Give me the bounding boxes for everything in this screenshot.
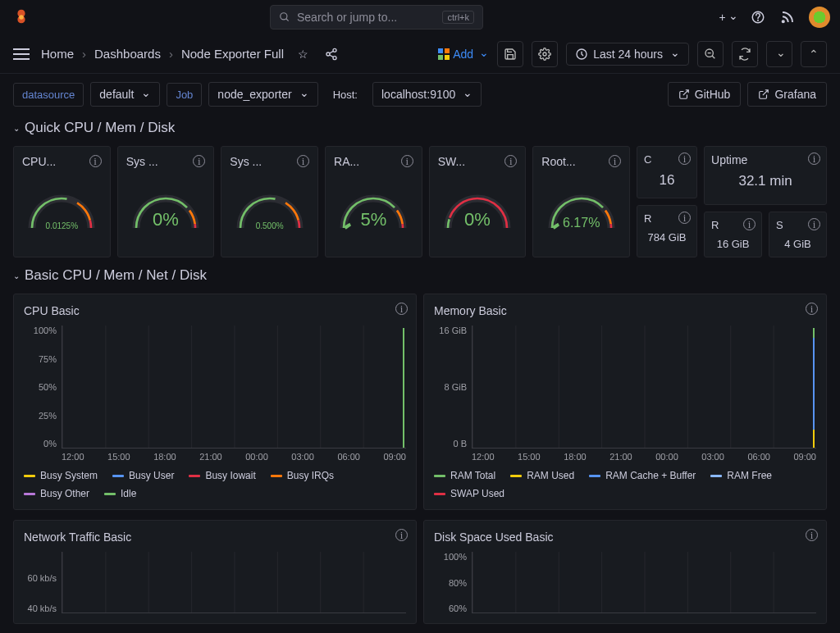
gauge-swap[interactable]: SW...i0% [429,146,527,257]
time-range-picker[interactable]: Last 24 hours [566,43,689,66]
x-axis: 12:0015:0018:0021:0000:0003:0006:0009:00 [62,452,406,462]
info-icon[interactable]: i [806,303,818,315]
breadcrumb-current: Node Exporter Full [181,47,284,61]
svg-line-2 [286,19,289,21]
legend: Busy System Busy User Busy Iowait Busy I… [24,470,406,499]
svg-point-6 [333,48,336,52]
info-icon[interactable]: i [401,155,413,167]
info-icon[interactable]: i [395,303,408,315]
collapse-icon[interactable]: ⌃ [801,41,827,67]
chevron-down-icon [668,48,680,61]
stat-root-total[interactable]: Ri16 GiB [704,212,762,257]
section-quick[interactable]: ⌄Quick CPU / Mem / Disk [0,115,840,141]
menu-icon[interactable] [13,48,30,60]
x-axis: 12:0015:0018:0021:0000:0003:0006:0009:00 [472,452,816,462]
stat-swap-total[interactable]: Si4 GiB [769,212,827,257]
breadcrumb: Home › Dashboards › Node Exporter Full [41,47,284,61]
svg-line-9 [330,51,334,53]
search-placeholder: Search or jump to... [297,11,397,24]
gauge-cpu[interactable]: CPU...i0.0125% [13,146,111,257]
chevron-down-icon [477,48,489,61]
chevron-down-icon [297,88,309,101]
search-input[interactable]: Search or jump to... ctrl+k [270,5,483,30]
y-axis: 100%80%60% [434,552,472,613]
info-icon[interactable]: i [395,529,408,541]
svg-rect-14 [445,55,450,60]
refresh-icon[interactable] [732,41,758,67]
chevron-down-icon [460,88,472,101]
github-link[interactable]: GitHub [668,82,742,107]
var-host-label: Host: [325,84,366,106]
panel-network-basic[interactable]: Network Traffic Basici 60 kb/s40 kb/s [13,520,417,624]
search-kbd: ctrl+k [442,11,474,24]
info-icon[interactable]: i [678,212,691,224]
info-icon[interactable]: i [609,155,621,167]
svg-rect-13 [438,55,443,60]
info-icon[interactable]: i [297,155,309,167]
user-avatar[interactable] [809,7,830,28]
stat-uptime[interactable]: Uptimei32.1 min [704,146,827,205]
section-basic[interactable]: ⌄Basic CPU / Mem / Net / Disk [0,262,840,289]
var-datasource-label: datasource [13,83,84,107]
grafana-link[interactable]: Grafana [747,82,827,107]
rss-icon[interactable] [779,9,796,25]
stat-cores[interactable]: Ci16 [637,146,697,198]
add-button[interactable]: Add [438,48,489,61]
var-job-select[interactable]: node_exporter [208,82,317,107]
stat-ram-total[interactable]: Ri784 GiB [637,205,697,257]
svg-point-8 [333,56,336,59]
grafana-logo-icon[interactable] [10,6,33,29]
save-icon[interactable] [497,41,523,67]
refresh-interval-picker[interactable] [766,41,792,67]
add-icon[interactable]: + [720,9,737,25]
svg-point-7 [326,52,330,56]
chevron-down-icon: ⌄ [13,124,20,133]
info-icon[interactable]: i [89,155,102,167]
var-datasource-select[interactable]: default [90,82,160,107]
zoom-out-icon[interactable] [697,41,724,67]
legend: RAM Total RAM Used RAM Cache + Buffer RA… [434,470,816,499]
svg-line-18 [712,56,714,58]
star-icon[interactable]: ☆ [295,46,312,62]
chevron-down-icon: ⌄ [13,271,20,280]
svg-line-10 [330,55,334,57]
info-icon[interactable]: i [743,218,756,230]
gauge-root[interactable]: Root...i6.17% [532,146,630,257]
info-icon[interactable]: i [808,218,820,230]
svg-rect-12 [445,48,450,53]
svg-rect-11 [438,48,443,53]
gauge-ram[interactable]: RA...i5% [325,146,422,257]
svg-point-5 [783,20,784,22]
info-icon[interactable]: i [808,153,820,165]
panel-cpu-basic[interactable]: CPU Basici 100%75%50%25%0% 12:0015:0018:… [13,294,417,510]
help-icon[interactable] [750,9,766,25]
svg-point-0 [19,15,24,20]
svg-point-1 [281,13,287,20]
y-axis: 100%75%50%25%0% [24,326,62,449]
y-axis: 60 kb/s40 kb/s [24,552,62,613]
gauge-sys2[interactable]: Sys ...i0.500% [221,146,318,257]
svg-point-15 [543,52,546,56]
settings-icon[interactable] [532,41,558,67]
breadcrumb-home[interactable]: Home [41,47,74,61]
info-icon[interactable]: i [806,529,818,541]
var-host-select[interactable]: localhost:9100 [372,82,482,107]
share-icon[interactable] [323,46,340,62]
var-job-label: Job [167,83,202,107]
y-axis: 16 GiB8 GiB0 B [434,326,472,449]
chevron-down-icon [139,88,151,101]
gauge-sys1[interactable]: Sys ...i0% [117,146,215,257]
panel-disk-basic[interactable]: Disk Space Used Basici 100%80%60% [423,520,827,624]
panel-memory-basic[interactable]: Memory Basici 16 GiB8 GiB0 B 12:0015:001… [423,294,827,510]
svg-point-4 [758,20,759,20]
info-icon[interactable]: i [678,153,691,165]
breadcrumb-dashboards[interactable]: Dashboards [94,47,161,61]
